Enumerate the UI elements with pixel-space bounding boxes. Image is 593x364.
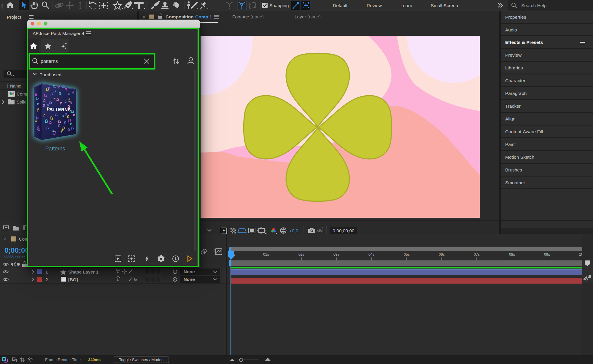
- svg-text:Comp 1: Comp 1: [195, 14, 212, 19]
- svg-text:Character: Character: [505, 78, 525, 83]
- svg-text:patterns: patterns: [41, 59, 58, 64]
- svg-text:None: None: [184, 269, 195, 274]
- svg-text:Learn: Learn: [400, 3, 412, 8]
- svg-text:Motion Sketch: Motion Sketch: [505, 155, 534, 160]
- svg-text:1: 1: [45, 269, 48, 274]
- svg-text:Purchased: Purchased: [39, 72, 61, 77]
- svg-text:240ms: 240ms: [88, 357, 101, 362]
- svg-text:fx: fx: [134, 277, 137, 282]
- svg-text:+0,0: +0,0: [289, 228, 298, 233]
- svg-text:Shape Layer 1: Shape Layer 1: [68, 269, 98, 274]
- svg-text:Audio: Audio: [505, 27, 517, 32]
- svg-text:Content-Aware Fill: Content-Aware Fill: [505, 129, 543, 134]
- svg-text:02s: 02s: [298, 252, 304, 257]
- svg-text:Paint: Paint: [505, 142, 516, 147]
- svg-text:Layer (none): Layer (none): [295, 14, 321, 19]
- svg-text:×: ×: [143, 15, 145, 19]
- svg-text:Tracker: Tracker: [505, 104, 521, 109]
- svg-text:Snapping: Snapping: [269, 3, 289, 8]
- svg-text:Frame Render Time: Frame Render Time: [45, 357, 81, 362]
- svg-text:Toggle Switches / Modes: Toggle Switches / Modes: [119, 357, 163, 362]
- svg-text:06s: 06s: [439, 252, 445, 257]
- svg-text:Effects & Presets: Effects & Presets: [505, 40, 543, 45]
- svg-text:Review: Review: [367, 3, 382, 8]
- svg-text:Properties: Properties: [505, 15, 526, 20]
- svg-text:Search Help: Search Help: [521, 3, 546, 8]
- svg-text:03s: 03s: [333, 252, 339, 257]
- svg-text:Small Screen: Small Screen: [431, 3, 458, 8]
- svg-text:×: ×: [4, 236, 7, 241]
- svg-text:Preview: Preview: [505, 53, 522, 58]
- svg-text:09s: 09s: [544, 252, 550, 257]
- svg-text:Project: Project: [7, 15, 21, 20]
- svg-text:PATTERNS: PATTERNS: [47, 107, 71, 112]
- svg-text:Default: Default: [333, 3, 348, 8]
- svg-text:08s: 08s: [509, 252, 515, 257]
- svg-text:01s: 01s: [263, 252, 269, 257]
- svg-text:Align: Align: [505, 116, 515, 121]
- svg-text:Composition: Composition: [166, 14, 194, 19]
- svg-text:None: None: [184, 277, 195, 282]
- svg-text:04s: 04s: [368, 252, 374, 257]
- svg-text:Footage (none): Footage (none): [232, 14, 264, 19]
- svg-text:Patterns: Patterns: [45, 146, 65, 152]
- svg-text:07s: 07s: [474, 252, 480, 257]
- svg-text:Solids: Solids: [17, 99, 29, 104]
- svg-text:05s: 05s: [404, 252, 410, 257]
- svg-text:Paragraph: Paragraph: [505, 91, 527, 96]
- svg-text:Libraries: Libraries: [505, 65, 523, 70]
- svg-text:0;00;00;00: 0;00;00;00: [333, 228, 354, 233]
- svg-text:Smoother: Smoother: [505, 180, 525, 185]
- svg-text:[BG]: [BG]: [68, 277, 78, 282]
- svg-text:2: 2: [45, 277, 48, 282]
- svg-text:AEJuice Pack Manager 4: AEJuice Pack Manager 4: [33, 31, 84, 36]
- svg-text:Name: Name: [10, 84, 21, 88]
- svg-text:Brushes: Brushes: [505, 167, 522, 172]
